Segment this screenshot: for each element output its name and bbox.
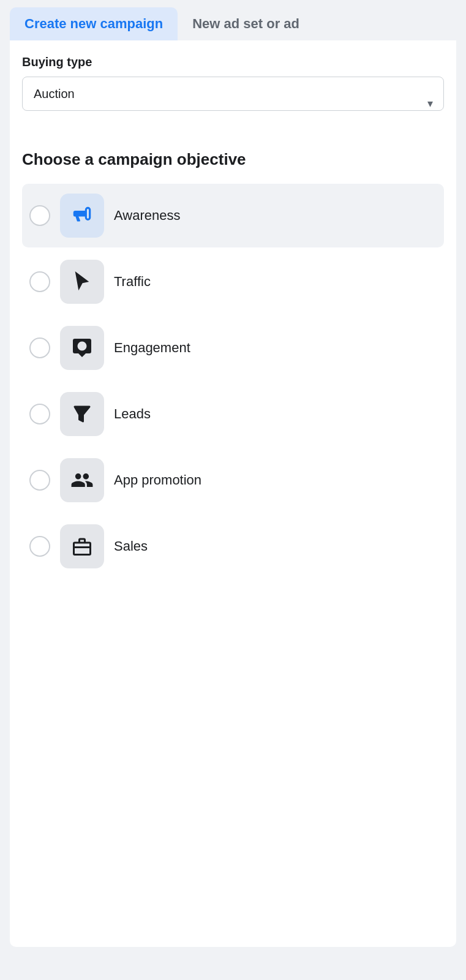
- radio-inner-engagement: [35, 343, 45, 353]
- objective-item-app-promotion[interactable]: App promotion: [22, 448, 444, 512]
- icon-box-app-promotion: [60, 458, 104, 502]
- icon-box-leads: [60, 392, 104, 436]
- objective-list: Awareness Traffic Engage: [22, 184, 444, 578]
- radio-awareness[interactable]: [29, 205, 50, 226]
- app-promotion-label: App promotion: [114, 472, 201, 488]
- icon-box-traffic: [60, 260, 104, 304]
- radio-engagement[interactable]: [29, 337, 50, 358]
- leads-label: Leads: [114, 406, 151, 422]
- awareness-label: Awareness: [114, 208, 180, 224]
- content-area: Buying type Auction Reach and Frequency …: [10, 40, 456, 947]
- icon-box-sales: [60, 524, 104, 568]
- campaign-objective-title: Choose a campaign objective: [22, 150, 444, 169]
- objective-item-awareness[interactable]: Awareness: [22, 184, 444, 247]
- radio-app-promotion[interactable]: [29, 470, 50, 491]
- radio-inner-awareness: [35, 211, 45, 221]
- briefcase-icon: [71, 535, 93, 557]
- tab-create-new-campaign[interactable]: Create new campaign: [10, 7, 178, 40]
- icon-box-awareness: [60, 194, 104, 238]
- sales-label: Sales: [114, 538, 148, 554]
- radio-traffic[interactable]: [29, 271, 50, 292]
- funnel-icon: [71, 403, 93, 425]
- buying-type-wrapper: Auction Reach and Frequency: [22, 77, 444, 130]
- bottom-area: [0, 947, 466, 980]
- icon-box-engagement: [60, 326, 104, 370]
- engagement-label: Engagement: [114, 340, 190, 356]
- objective-item-traffic[interactable]: Traffic: [22, 250, 444, 314]
- traffic-label: Traffic: [114, 274, 151, 290]
- objective-item-engagement[interactable]: Engagement: [22, 316, 444, 380]
- tab-new-ad-set-or-ad-label: New ad set or ad: [192, 16, 299, 31]
- chat-icon: [71, 337, 93, 359]
- objective-item-sales[interactable]: Sales: [22, 514, 444, 578]
- radio-sales[interactable]: [29, 536, 50, 557]
- tabs-container: Create new campaign New ad set or ad: [0, 0, 466, 40]
- radio-inner-app-promotion: [35, 475, 45, 485]
- radio-inner-traffic: [35, 277, 45, 287]
- tab-create-new-campaign-label: Create new campaign: [24, 16, 163, 31]
- radio-inner-leads: [35, 409, 45, 419]
- megaphone-icon: [70, 204, 94, 227]
- buying-type-select[interactable]: Auction Reach and Frequency: [22, 77, 444, 111]
- objective-item-leads[interactable]: Leads: [22, 382, 444, 446]
- radio-leads[interactable]: [29, 404, 50, 424]
- buying-type-label: Buying type: [22, 55, 444, 69]
- tab-new-ad-set-or-ad[interactable]: New ad set or ad: [178, 7, 314, 40]
- radio-inner-sales: [35, 541, 45, 551]
- people-icon: [70, 469, 94, 492]
- cursor-icon: [72, 271, 92, 292]
